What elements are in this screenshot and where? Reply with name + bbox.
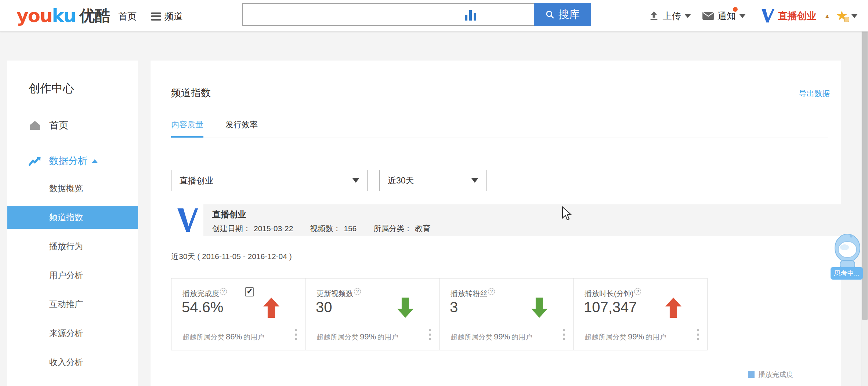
nav-home-link[interactable]: 首页 [118,10,137,22]
magnifier-icon [545,10,555,19]
page-title: 频道指数 [171,86,211,99]
sidebar-analysis-submenu: 数据概览 频道指数 播放行为 用户分析 互动推广 来源分析 收入分析 [7,177,138,374]
tab-bar: 内容质量 发行效率 [171,119,828,138]
crown-level-icon: 4 [820,10,835,22]
metric-label: 播放时长(分钟)? [585,288,641,299]
upload-menu[interactable]: 上传 [648,10,691,22]
metric-footer: 超越所属分类86%的用户 [182,332,264,342]
sidebar-subitem-channel-index[interactable]: 频道指数 [7,206,138,229]
videos-value: 156 [344,224,357,233]
metric-value: 107,347 [584,299,637,316]
scrollbar-thumb[interactable] [862,8,868,320]
chevron-down-icon [352,178,359,183]
metric-card-updated-videos: 更新视频数? 30 超越所属分类99%的用户 [305,278,440,350]
vertical-scrollbar[interactable] [861,0,868,386]
search-button[interactable]: 搜库 [534,3,591,26]
user-account-menu[interactable]: 直播创业 4 ★ [759,8,858,24]
sidebar-subitem-income-analysis[interactable]: 收入分析 [7,351,138,374]
help-icon[interactable]: ? [220,288,227,295]
envelope-icon [702,11,715,21]
date-range-select[interactable]: 近30天 [379,170,487,191]
channel-info-banner: 直播创业 创建日期：2015-03-22 视频数：156 所属分类：教育 [171,204,868,236]
chevron-up-icon [92,159,98,163]
hamburger-icon [151,12,161,21]
help-icon[interactable]: ? [488,288,495,295]
more-options-icon[interactable] [563,329,565,340]
assistant-widget[interactable]: 思考中... [831,232,864,272]
videos-label: 视频数： [310,224,341,233]
trend-up-arrow-icon [665,298,681,318]
help-icon[interactable]: ? [634,288,641,295]
sidebar-subitem-data-overview[interactable]: 数据概览 [7,177,138,200]
chart-bars-icon[interactable] [465,10,477,21]
tab-content-quality[interactable]: 内容质量 [171,119,203,138]
more-options-icon[interactable] [429,329,431,340]
sidebar-item-data-analysis[interactable]: 数据分析 [7,154,138,167]
metric-checkbox[interactable] [245,287,254,296]
metric-label: 播放转粉丝? [451,288,495,299]
metric-value: 54.6% [182,299,223,316]
channel-select[interactable]: 直播创业 [171,170,368,191]
header-right-cluster: 上传 通知 直播创业 4 ★ [648,0,858,32]
metric-footer: 超越所属分类99%的用户 [451,332,532,342]
assistant-status-label: 思考中... [831,267,863,280]
channel-avatar [171,204,203,236]
metric-card-play-completion: 播放完成度? 54.6% 超越所属分类86%的用户 [171,278,305,350]
trend-down-arrow-icon [531,298,547,318]
chevron-down-icon [684,14,691,18]
created-value: 2015-03-22 [254,224,293,233]
sidebar-subitem-source-analysis[interactable]: 来源分析 [7,322,138,345]
metric-footer: 超越所属分类99%的用户 [585,332,666,342]
legend-label: 播放完成度 [758,370,793,379]
notifications-menu[interactable]: 通知 [702,10,746,22]
channel-meta: 创建日期：2015-03-22 视频数：156 所属分类：教育 [212,223,433,234]
help-icon[interactable]: ? [354,288,361,295]
trend-up-arrow-icon [263,298,279,318]
created-label: 创建日期： [212,224,251,233]
sidebar: 创作中心 首页 数据分析 数据概览 频道指数 播放行为 用户分析 互动推广 来源… [7,61,138,386]
top-navbar: youku 优酷 首页 频道 搜库 上传 [0,0,868,32]
filter-row: 直播创业 近30天 [171,170,487,191]
sidebar-subitem-interactive-promotion[interactable]: 互动推广 [7,293,138,316]
metric-card-play-duration: 播放时长(分钟)? 107,347 超越所属分类99%的用户 [573,278,708,350]
home-icon [29,120,41,131]
period-range-text: 近30天 ( 2016-11-05 - 2016-12-04 ) [171,251,292,262]
more-options-icon[interactable] [295,329,297,340]
metric-card-play-to-fans: 播放转粉丝? 3 超越所属分类99%的用户 [439,278,574,350]
robot-icon [831,232,864,270]
metric-footer: 超越所属分类99%的用户 [317,332,398,342]
user-name: 直播创业 [778,10,816,22]
trend-down-arrow-icon [397,298,413,318]
metric-label: 播放完成度? [182,288,227,299]
star-level-icon: ★ [836,10,848,22]
tab-distribution-efficiency[interactable]: 发行效率 [225,119,258,138]
channel-name: 直播创业 [212,209,246,220]
metric-label: 更新视频数? [317,288,361,299]
metric-value: 30 [316,299,332,316]
sidebar-subitem-play-behavior[interactable]: 播放行为 [7,235,138,258]
legend-color-swatch [748,371,755,378]
chevron-down-icon [851,14,858,18]
search-input[interactable] [242,3,534,26]
sidebar-item-home[interactable]: 首页 [7,119,138,132]
chart-legend: 播放完成度 [748,370,793,379]
trend-arrow-icon [29,156,41,167]
sidebar-subitem-user-analysis[interactable]: 用户分析 [7,264,138,287]
sidebar-title: 创作中心 [7,61,138,96]
upload-icon [648,10,660,22]
chevron-down-icon [739,14,746,18]
youku-logo-cn: 优酷 [79,6,110,26]
chevron-down-icon [471,178,478,183]
main-panel: 频道指数 导出数据 内容质量 发行效率 直播创业 近30天 直播创业 创建日期：… [151,61,841,386]
youku-logo-text: youku [17,5,76,26]
export-data-link[interactable]: 导出数据 [799,88,830,99]
youku-logo[interactable]: youku 优酷 [17,5,110,26]
more-options-icon[interactable] [697,329,699,340]
category-label: 所属分类： [373,224,412,233]
user-avatar [759,8,775,24]
metric-value: 3 [450,299,458,316]
category-value: 教育 [415,224,430,233]
notification-badge-dot [733,7,738,12]
search-bar: 搜库 [242,3,591,26]
nav-channel-link[interactable]: 频道 [151,10,183,22]
